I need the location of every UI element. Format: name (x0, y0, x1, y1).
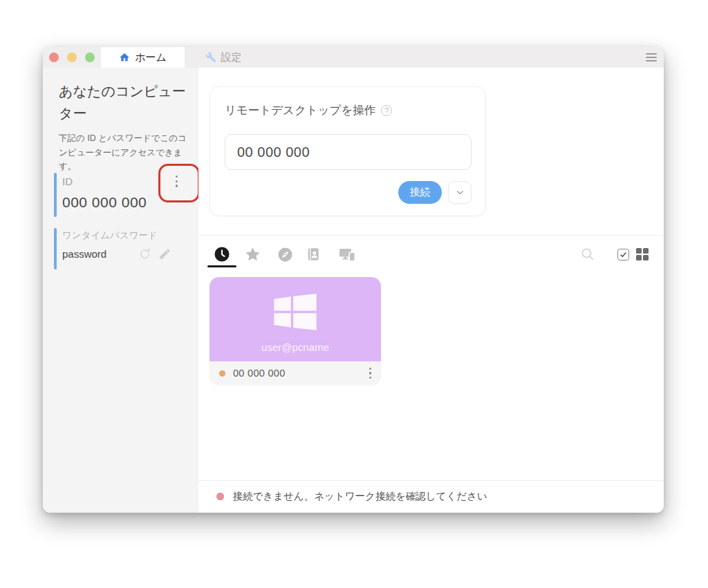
edit-pencil-icon[interactable] (158, 247, 171, 260)
search-icon[interactable] (579, 246, 596, 263)
connect-panel: リモートデスクトップを操作 ? 接続 (209, 86, 486, 216)
connect-dropdown-button[interactable] (448, 181, 472, 204)
tab-settings-label: 設定 (221, 51, 242, 64)
tab-recent-sessions[interactable] (212, 245, 232, 264)
password-label: ワンタイムパスワード (62, 229, 158, 242)
windows-logo-icon (274, 294, 317, 330)
peer-id: 00 000 000 (233, 368, 362, 379)
active-tab-underline (207, 265, 236, 267)
peer-id-input[interactable] (225, 134, 472, 170)
peer-card[interactable]: user@pcname 00 000 000 (209, 277, 381, 385)
window-tab-bar: ホーム 設定 (43, 47, 664, 68)
devices-icon (339, 246, 357, 263)
sidebar: あなたのコンピューター 下記の ID とパスワードでこのコンピューターにアクセス… (43, 68, 198, 513)
peer-card-footer: 00 000 000 (209, 361, 381, 385)
peer-tile: user@pcname (209, 277, 381, 361)
home-icon (119, 52, 130, 63)
compass-icon (277, 247, 293, 263)
connect-panel-title: リモートデスクトップを操作 (225, 103, 375, 118)
refresh-password-icon[interactable] (138, 247, 151, 260)
tab-address-book[interactable] (304, 245, 323, 264)
peer-status-dot (219, 370, 225, 377)
tab-discovered[interactable] (275, 245, 295, 264)
sidebar-description: 下記の ID とパスワードでこのコンピューターにアクセスできます。 (59, 131, 192, 174)
tab-lan[interactable] (338, 245, 357, 264)
peer-more-menu-icon[interactable] (369, 368, 371, 379)
main-panel: リモートデスクトップを操作 ? 接続 (198, 68, 664, 513)
zoom-button[interactable] (85, 53, 95, 62)
connection-status-dot (216, 493, 224, 500)
close-button[interactable] (49, 53, 59, 62)
wrench-icon (205, 52, 216, 63)
app-window: ホーム 設定 あなたのコンピューター 下記の ID とパスワードでこのコンピュー… (43, 47, 664, 513)
password-accent-bar (54, 228, 57, 269)
address-book-icon (306, 247, 321, 262)
grid-view-icon[interactable] (634, 246, 651, 263)
help-icon[interactable]: ? (381, 105, 392, 116)
minimize-button[interactable] (67, 53, 77, 62)
chevron-down-icon (455, 187, 465, 198)
traffic-lights (49, 53, 95, 62)
id-more-menu-icon[interactable] (176, 176, 178, 187)
password-value[interactable]: password (62, 248, 106, 260)
sidebar-title: あなたのコンピューター (59, 80, 190, 124)
id-value[interactable]: 000 000 000 (62, 194, 147, 211)
tab-favorites[interactable] (243, 245, 262, 264)
connect-button[interactable]: 接続 (398, 181, 442, 204)
tab-settings[interactable]: 設定 (185, 47, 262, 68)
hamburger-menu-icon[interactable] (646, 53, 657, 61)
tab-home[interactable]: ホーム (101, 47, 185, 68)
tab-home-label: ホーム (135, 51, 167, 64)
peer-username: user@pcname (209, 341, 381, 353)
clock-icon (214, 246, 230, 263)
star-icon (244, 246, 261, 263)
id-accent-bar (54, 173, 57, 217)
toolbar-divider (198, 235, 664, 236)
status-bar: 接続できません。ネットワーク接続を確認してください (198, 480, 664, 513)
select-checkbox-icon[interactable] (615, 246, 631, 263)
connection-status-message: 接続できません。ネットワーク接続を確認してください (233, 490, 487, 503)
id-label: ID (62, 176, 73, 187)
